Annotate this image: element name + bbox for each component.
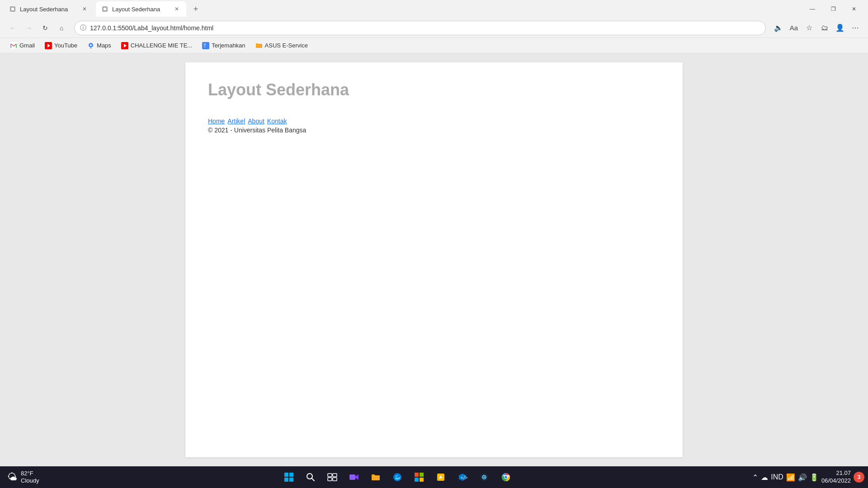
tray-arrow-icon[interactable]: ⌃ bbox=[752, 473, 758, 482]
tab2-close[interactable]: ✕ bbox=[173, 5, 181, 13]
clock[interactable]: 21.07 06/04/2022 bbox=[821, 469, 851, 485]
tray-battery-icon[interactable]: 🔋 bbox=[810, 473, 819, 482]
svg-rect-27 bbox=[420, 473, 424, 477]
bookmark-gmail-label: Gmail bbox=[19, 42, 35, 49]
svg-point-35 bbox=[483, 476, 485, 478]
info-icon: ⓘ bbox=[80, 24, 86, 32]
tray-cloud-icon[interactable]: ☁ bbox=[761, 473, 768, 482]
chrome-taskbar-icon bbox=[501, 472, 511, 482]
svg-rect-16 bbox=[289, 478, 293, 482]
taskbar-center: </> bbox=[44, 467, 750, 487]
taskbar-store-button[interactable] bbox=[409, 467, 429, 487]
taskbar-search-button[interactable] bbox=[301, 467, 321, 487]
clock-time: 21.07 bbox=[836, 469, 851, 477]
svg-line-18 bbox=[312, 479, 315, 481]
svg-text:T: T bbox=[203, 43, 206, 48]
youtube-icon bbox=[45, 42, 52, 49]
maximize-button[interactable]: ❐ bbox=[823, 1, 844, 17]
bookmark-challenge[interactable]: CHALLENGE MIE TE... bbox=[117, 40, 197, 52]
immersive-reader-button[interactable]: Aa bbox=[787, 21, 801, 35]
svg-point-38 bbox=[505, 476, 507, 479]
nav-bar: ← → ↻ ⌂ ⓘ 127.0.0.1:5500/Lab4_layout.htm… bbox=[0, 18, 868, 38]
page-footer-nav: Home Artikel About Kontak bbox=[208, 117, 665, 125]
window-controls: — ❐ ✕ bbox=[802, 1, 864, 17]
profile-button[interactable]: 👤 bbox=[833, 21, 847, 35]
nav-link-about[interactable]: About bbox=[248, 117, 264, 125]
challenge-icon bbox=[121, 42, 128, 49]
copyright-text: © 2021 - Universitas Pelita Bangsa bbox=[208, 127, 665, 134]
bookmark-maps[interactable]: Maps bbox=[83, 40, 116, 52]
svg-rect-26 bbox=[415, 473, 419, 477]
address-text: 127.0.0.1:5500/Lab4_layout.html/home.htm… bbox=[90, 24, 760, 32]
svg-point-8 bbox=[90, 44, 92, 46]
minimize-button[interactable]: — bbox=[802, 1, 823, 17]
taskbar-app1-button[interactable] bbox=[431, 467, 451, 487]
svg-rect-15 bbox=[284, 478, 288, 482]
bookmark-maps-label: Maps bbox=[97, 42, 111, 49]
taskbar-explorer-button[interactable] bbox=[366, 467, 386, 487]
svg-rect-28 bbox=[415, 478, 419, 482]
nav-link-kontak[interactable]: Kontak bbox=[267, 117, 287, 125]
new-tab-button[interactable]: + bbox=[188, 1, 203, 17]
svg-rect-21 bbox=[328, 478, 332, 481]
bookmarks-bar: Gmail YouTube Maps CHALLENGE MIE bbox=[0, 38, 868, 53]
taskbar-vscode-button[interactable]: </> bbox=[453, 467, 472, 487]
tab2-title: Layout Sederhana bbox=[112, 6, 169, 13]
forward-button[interactable]: → bbox=[22, 21, 36, 35]
notification-badge[interactable]: 3 bbox=[854, 472, 864, 483]
explorer-icon bbox=[371, 472, 381, 482]
favorites-button[interactable]: ☆ bbox=[802, 21, 816, 35]
svg-rect-13 bbox=[284, 473, 288, 477]
nav-link-home[interactable]: Home bbox=[208, 117, 225, 125]
meet-icon bbox=[349, 472, 359, 482]
taskbar-taskview-button[interactable] bbox=[322, 467, 342, 487]
address-bar[interactable]: ⓘ 127.0.0.1:5500/Lab4_layout.html/home.h… bbox=[74, 21, 766, 35]
gmail-icon bbox=[10, 42, 17, 49]
tray-wifi-icon[interactable]: 📶 bbox=[786, 473, 795, 482]
search-taskbar-icon bbox=[306, 472, 316, 482]
svg-rect-1 bbox=[11, 8, 14, 10]
title-bar-left: Layout Sederhana ✕ Layout Sederhana ✕ + bbox=[4, 1, 203, 17]
settings-button[interactable]: ⋯ bbox=[848, 21, 863, 35]
tray-volume-icon[interactable]: 🔊 bbox=[798, 473, 807, 482]
bookmark-asus[interactable]: ASUS E-Service bbox=[251, 40, 312, 52]
taskbar-start-button[interactable] bbox=[279, 467, 299, 487]
taskbar-meet-button[interactable] bbox=[344, 467, 364, 487]
store-icon bbox=[414, 472, 424, 482]
weather-info: 82°F Cloudy bbox=[21, 470, 39, 484]
svg-rect-22 bbox=[333, 478, 337, 481]
weather-icon: 🌤 bbox=[7, 471, 17, 483]
nav-right-buttons: 🔈 Aa ☆ 🗂 👤 ⋯ bbox=[771, 21, 863, 35]
folder-icon bbox=[255, 42, 263, 49]
translate-icon: T bbox=[202, 42, 209, 49]
svg-point-25 bbox=[393, 473, 401, 481]
taskview-icon bbox=[327, 472, 337, 482]
browser-tab-1[interactable]: Layout Sederhana ✕ bbox=[4, 1, 94, 17]
browser-tab-2[interactable]: Layout Sederhana ✕ bbox=[96, 1, 186, 17]
back-button[interactable]: ← bbox=[5, 21, 20, 35]
refresh-button[interactable]: ↻ bbox=[38, 21, 52, 35]
svg-rect-23 bbox=[349, 474, 355, 480]
read-aloud-button[interactable]: 🔈 bbox=[771, 21, 786, 35]
bookmark-youtube[interactable]: YouTube bbox=[40, 40, 82, 52]
close-button[interactable]: ✕ bbox=[844, 1, 864, 17]
bookmark-asus-label: ASUS E-Service bbox=[265, 42, 308, 49]
svg-rect-29 bbox=[420, 478, 424, 482]
svg-rect-20 bbox=[333, 474, 337, 477]
collections-button[interactable]: 🗂 bbox=[817, 21, 832, 35]
tab2-icon bbox=[101, 5, 108, 13]
home-button[interactable]: ⌂ bbox=[54, 21, 69, 35]
bookmark-terjemahkan[interactable]: T Terjemahkan bbox=[198, 40, 250, 52]
svg-rect-14 bbox=[289, 473, 293, 477]
taskbar-steam-button[interactable] bbox=[474, 467, 494, 487]
nav-link-artikel[interactable]: Artikel bbox=[227, 117, 245, 125]
tray-lang-icon[interactable]: IND bbox=[771, 473, 783, 481]
bookmark-gmail[interactable]: Gmail bbox=[5, 40, 39, 52]
weather-widget[interactable]: 🌤 82°F Cloudy bbox=[4, 470, 42, 484]
bookmark-youtube-label: YouTube bbox=[54, 42, 77, 49]
taskbar-edge-button[interactable] bbox=[387, 467, 407, 487]
tab1-close[interactable]: ✕ bbox=[80, 5, 89, 13]
svg-marker-24 bbox=[355, 474, 359, 480]
edge-icon bbox=[392, 472, 402, 482]
taskbar-chrome-button[interactable] bbox=[496, 467, 516, 487]
